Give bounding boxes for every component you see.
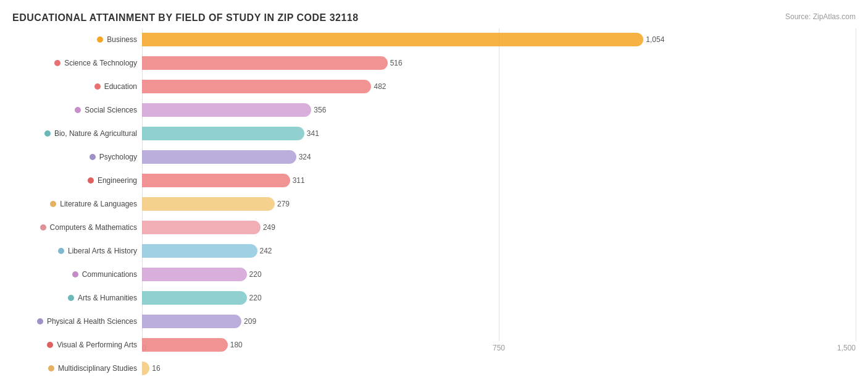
bar-dot bbox=[44, 130, 51, 137]
bar-dot bbox=[47, 342, 53, 348]
bar-fill bbox=[142, 56, 388, 70]
bar-track: 249 bbox=[142, 221, 856, 234]
bar-label-text: Arts & Humanities bbox=[78, 294, 137, 302]
bar-dot bbox=[50, 201, 56, 207]
bar-label-text: Computers & Mathematics bbox=[50, 223, 137, 232]
bar-label-text: Multidisciplinary Studies bbox=[58, 364, 137, 373]
bar-row: Science & Technology 516 bbox=[12, 52, 856, 74]
chart-title: EDUCATIONAL ATTAINMENT BY FIELD OF STUDY… bbox=[12, 12, 856, 23]
bar-fill bbox=[142, 103, 311, 117]
bar-row: Visual & Performing Arts 180 bbox=[12, 334, 856, 356]
bar-dot bbox=[90, 154, 96, 160]
bar-label: Science & Technology bbox=[12, 59, 142, 67]
bar-value: 279 bbox=[277, 200, 290, 208]
bar-fill bbox=[142, 338, 228, 352]
bar-row: Computers & Mathematics 249 bbox=[12, 216, 856, 239]
bar-track: 180 bbox=[142, 338, 856, 352]
bar-row: Multidisciplinary Studies 16 bbox=[12, 357, 856, 379]
bar-label-text: Bio, Nature & Agricultural bbox=[54, 129, 137, 138]
bar-dot bbox=[37, 318, 43, 324]
bar-value: 324 bbox=[299, 153, 311, 161]
bar-label: Education bbox=[12, 82, 142, 91]
bar-dot bbox=[40, 224, 46, 231]
bar-label-text: Education bbox=[104, 82, 137, 91]
bar-track: 209 bbox=[142, 315, 856, 328]
bar-fill bbox=[142, 80, 371, 93]
bar-track: 279 bbox=[142, 197, 856, 211]
bar-row: Liberal Arts & History 242 bbox=[12, 240, 856, 262]
bar-value: 16 bbox=[152, 364, 160, 373]
bar-row: Physical & Health Sciences 209 bbox=[12, 310, 856, 333]
bar-value: 209 bbox=[244, 317, 256, 326]
bar-fill bbox=[142, 362, 149, 375]
bar-value: 180 bbox=[230, 341, 243, 349]
bar-track: 220 bbox=[142, 291, 856, 305]
bar-dot bbox=[68, 295, 74, 301]
bar-row: Bio, Nature & Agricultural 341 bbox=[12, 122, 856, 145]
bar-label-text: Science & Technology bbox=[64, 59, 137, 67]
source-label: Source: ZipAtlas.com bbox=[785, 12, 856, 21]
bar-fill bbox=[142, 127, 304, 140]
bar-dot bbox=[58, 248, 64, 254]
bar-row: Education 482 bbox=[12, 75, 856, 98]
bar-label-text: Psychology bbox=[99, 153, 137, 161]
bar-track: 482 bbox=[142, 80, 856, 93]
bar-value: 220 bbox=[249, 270, 262, 279]
bar-dot bbox=[75, 107, 81, 113]
bar-label-text: Communications bbox=[82, 270, 137, 279]
bar-dot bbox=[88, 177, 94, 184]
bar-row: Literature & Languages 279 bbox=[12, 193, 856, 215]
bar-fill bbox=[142, 150, 296, 164]
bar-fill bbox=[142, 268, 247, 281]
bar-value: 220 bbox=[249, 294, 262, 302]
bar-label: Engineering bbox=[12, 176, 142, 185]
bar-label: Liberal Arts & History bbox=[12, 247, 142, 255]
bar-track: 1,054 bbox=[142, 33, 856, 46]
bar-label-text: Business bbox=[107, 35, 137, 44]
bar-value: 516 bbox=[390, 59, 403, 67]
bar-label: Physical & Health Sciences bbox=[12, 317, 142, 326]
bar-label-text: Social Sciences bbox=[85, 106, 137, 114]
bar-row: Engineering 311 bbox=[12, 169, 856, 192]
chart-container: EDUCATIONAL ATTAINMENT BY FIELD OF STUDY… bbox=[0, 0, 868, 390]
bar-row: Communications 220 bbox=[12, 263, 856, 286]
bar-track: 311 bbox=[142, 174, 856, 187]
grid-line bbox=[856, 28, 856, 341]
bar-label-text: Engineering bbox=[98, 176, 137, 185]
bar-value: 311 bbox=[293, 176, 305, 185]
bar-row: Psychology 324 bbox=[12, 146, 856, 168]
bar-fill bbox=[142, 244, 257, 258]
bar-track: 220 bbox=[142, 268, 856, 281]
bar-row: Business 1,054 bbox=[12, 28, 856, 51]
bar-value: 242 bbox=[260, 247, 272, 255]
bar-value: 1,054 bbox=[646, 35, 664, 44]
bar-value: 356 bbox=[314, 106, 326, 114]
bar-track: 341 bbox=[142, 127, 856, 140]
bar-value: 482 bbox=[373, 82, 386, 91]
bar-label-text: Liberal Arts & History bbox=[68, 247, 137, 255]
bar-fill bbox=[142, 221, 261, 234]
bar-value: 249 bbox=[263, 223, 275, 232]
bar-label: Literature & Languages bbox=[12, 200, 142, 208]
bar-label: Bio, Nature & Agricultural bbox=[12, 129, 142, 138]
bar-label-text: Physical & Health Sciences bbox=[47, 317, 137, 326]
bar-dot bbox=[48, 365, 54, 371]
bar-track: 356 bbox=[142, 103, 856, 117]
bar-dot bbox=[97, 36, 103, 43]
bar-fill bbox=[142, 174, 290, 187]
bar-label-text: Visual & Performing Arts bbox=[57, 341, 137, 349]
bar-label: Visual & Performing Arts bbox=[12, 341, 142, 349]
bar-label: Communications bbox=[12, 270, 142, 279]
bar-dot bbox=[54, 60, 61, 66]
bar-track: 242 bbox=[142, 244, 856, 258]
bar-label: Computers & Mathematics bbox=[12, 223, 142, 232]
bar-label: Multidisciplinary Studies bbox=[12, 364, 142, 373]
bar-label-text: Literature & Languages bbox=[60, 200, 137, 208]
bar-label: Business bbox=[12, 35, 142, 44]
bar-fill bbox=[142, 33, 643, 46]
bar-row: Social Sciences 356 bbox=[12, 99, 856, 121]
bar-track: 516 bbox=[142, 56, 856, 70]
bar-label: Social Sciences bbox=[12, 106, 142, 114]
bar-label: Psychology bbox=[12, 153, 142, 161]
bar-dot bbox=[94, 83, 101, 90]
